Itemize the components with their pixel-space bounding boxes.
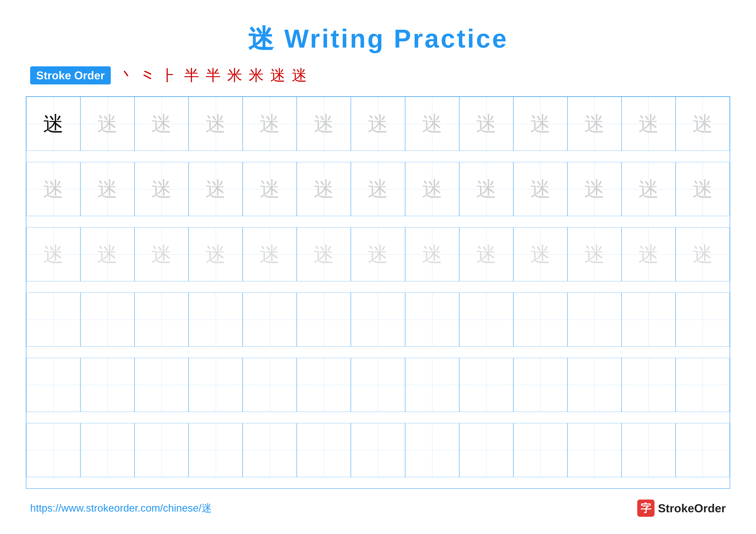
cell-character: 迷: [476, 179, 497, 199]
cell-character: 迷: [151, 114, 172, 134]
table-row[interactable]: 迷: [26, 162, 80, 216]
cell-character: 迷: [97, 244, 118, 265]
stroke-order-row: Stroke Order 丶 ⺀ ⺊ 半 半 米 米 迷 迷: [26, 65, 730, 86]
table-row[interactable]: 迷: [459, 97, 513, 151]
table-row[interactable]: [676, 358, 730, 412]
table-row[interactable]: [26, 358, 80, 412]
table-row[interactable]: 迷: [189, 97, 243, 151]
cell-character: 迷: [530, 179, 551, 199]
table-row[interactable]: 迷: [351, 227, 405, 281]
table-row[interactable]: [80, 423, 134, 477]
table-row[interactable]: 迷: [243, 97, 297, 151]
table-row[interactable]: [26, 423, 80, 477]
table-row[interactable]: [459, 423, 513, 477]
table-row[interactable]: [243, 358, 297, 412]
table-row[interactable]: [243, 423, 297, 477]
table-row[interactable]: [622, 358, 676, 412]
table-row[interactable]: [80, 358, 134, 412]
cell-character: 迷: [584, 244, 605, 265]
table-row[interactable]: 迷: [189, 227, 243, 281]
logo-icon: 字: [637, 499, 655, 517]
table-row[interactable]: 迷: [513, 162, 567, 216]
table-row[interactable]: [297, 292, 351, 346]
table-row[interactable]: [676, 292, 730, 346]
table-row[interactable]: [405, 423, 459, 477]
cell-character: 迷: [43, 114, 64, 134]
table-row[interactable]: 迷: [622, 227, 676, 281]
table-row[interactable]: 迷: [459, 227, 513, 281]
table-row[interactable]: 迷: [297, 162, 351, 216]
table-row[interactable]: [459, 292, 513, 346]
table-row[interactable]: 迷: [297, 97, 351, 151]
table-row[interactable]: 迷: [513, 227, 567, 281]
table-row[interactable]: 迷: [80, 162, 134, 216]
table-row[interactable]: 迷: [134, 227, 189, 281]
table-row[interactable]: 迷: [134, 162, 189, 216]
table-row[interactable]: [189, 423, 243, 477]
table-row[interactable]: [513, 423, 567, 477]
table-row[interactable]: 迷: [676, 162, 730, 216]
table-row[interactable]: [459, 358, 513, 412]
table-row[interactable]: [297, 358, 351, 412]
table-row[interactable]: [189, 292, 243, 346]
stroke-7: 米: [249, 65, 264, 86]
table-row[interactable]: 迷: [459, 162, 513, 216]
table-row[interactable]: [134, 358, 189, 412]
table-row[interactable]: [297, 423, 351, 477]
cell-character: 迷: [530, 244, 551, 265]
table-row[interactable]: 迷: [622, 97, 676, 151]
table-row[interactable]: 迷: [676, 227, 730, 281]
page-title: 迷 Writing Practice: [248, 21, 508, 57]
page: 迷 Writing Practice Stroke Order 丶 ⺀ ⺊ 半 …: [0, 0, 756, 534]
table-row[interactable]: [622, 292, 676, 346]
table-row[interactable]: [351, 292, 405, 346]
table-row[interactable]: [405, 292, 459, 346]
table-row[interactable]: [26, 292, 80, 346]
table-row[interactable]: [189, 358, 243, 412]
table-row[interactable]: 迷: [297, 227, 351, 281]
table-row[interactable]: 迷: [405, 97, 459, 151]
footer: https://www.strokeorder.com/chinese/迷 字 …: [26, 499, 730, 517]
cell-character: 迷: [422, 244, 443, 265]
table-row[interactable]: 迷: [622, 162, 676, 216]
table-row[interactable]: 迷: [351, 97, 405, 151]
table-row[interactable]: 迷: [567, 162, 622, 216]
table-row[interactable]: 迷: [134, 97, 189, 151]
table-row[interactable]: [622, 423, 676, 477]
table-row[interactable]: [243, 292, 297, 346]
table-row[interactable]: 迷: [189, 162, 243, 216]
table-row[interactable]: 迷: [80, 227, 134, 281]
table-row[interactable]: [513, 358, 567, 412]
table-row[interactable]: [567, 358, 622, 412]
table-row[interactable]: 迷: [405, 162, 459, 216]
stroke-2: ⺀: [141, 65, 156, 86]
cell-character: 迷: [584, 179, 605, 199]
cell-character: 迷: [584, 114, 605, 134]
cell-character: 迷: [368, 244, 388, 265]
table-row[interactable]: [134, 423, 189, 477]
table-row[interactable]: [513, 292, 567, 346]
table-row[interactable]: 迷: [243, 227, 297, 281]
table-row[interactable]: 迷: [80, 97, 134, 151]
cell-character: 迷: [638, 244, 659, 265]
table-row[interactable]: [80, 292, 134, 346]
table-row[interactable]: [134, 292, 189, 346]
stroke-order-badge: Stroke Order: [30, 66, 111, 85]
footer-logo: 字 StrokeOrder: [637, 499, 726, 517]
table-row[interactable]: [405, 358, 459, 412]
table-row[interactable]: [567, 292, 622, 346]
table-row[interactable]: [351, 423, 405, 477]
table-row[interactable]: 迷: [405, 227, 459, 281]
table-row[interactable]: 迷: [351, 162, 405, 216]
table-row[interactable]: 迷: [26, 97, 80, 151]
table-row[interactable]: [351, 358, 405, 412]
table-row[interactable]: [567, 423, 622, 477]
table-row[interactable]: 迷: [26, 227, 80, 281]
table-row[interactable]: 迷: [567, 97, 622, 151]
table-row[interactable]: [676, 423, 730, 477]
table-row[interactable]: 迷: [243, 162, 297, 216]
table-row[interactable]: 迷: [676, 97, 730, 151]
table-row[interactable]: 迷: [567, 227, 622, 281]
cell-character: 迷: [638, 179, 659, 199]
table-row[interactable]: 迷: [513, 97, 567, 151]
